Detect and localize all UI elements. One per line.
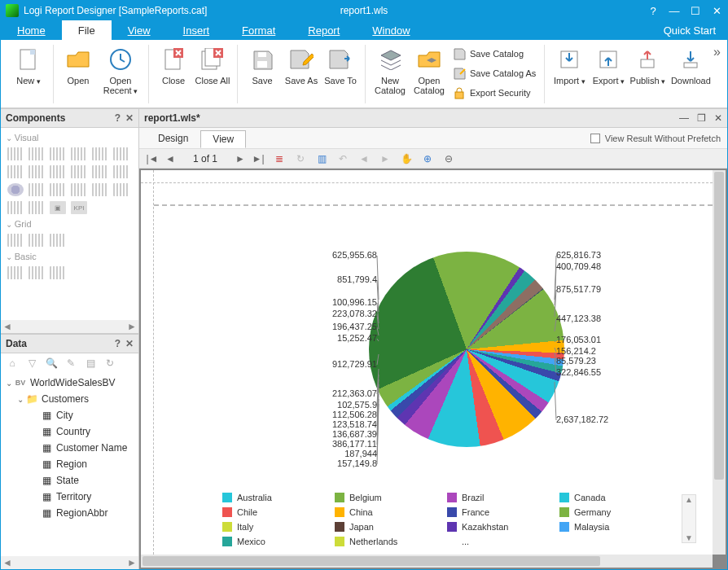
palette-item[interactable]: [29, 147, 45, 160]
palette-item[interactable]: [71, 147, 87, 160]
tree-field[interactable]: ▦Region: [1, 456, 138, 472]
undo-nav-icon[interactable]: ↶: [336, 152, 349, 165]
menu-report[interactable]: Report: [292, 20, 356, 40]
help-button[interactable]: ?: [642, 1, 664, 20]
first-page-icon[interactable]: |◄: [146, 152, 159, 165]
new-button[interactable]: New: [9, 43, 48, 103]
palette-item[interactable]: [50, 165, 66, 178]
palette-item[interactable]: [71, 183, 87, 196]
tab-design[interactable]: Design: [146, 129, 200, 147]
refresh-icon[interactable]: ↻: [294, 152, 307, 165]
palette-item[interactable]: [92, 165, 108, 178]
import-button[interactable]: Import: [550, 43, 589, 103]
export-security-button[interactable]: Export Security: [452, 84, 536, 102]
save-catalog-as-button[interactable]: Save Catalog As: [452, 64, 536, 82]
palette-item[interactable]: [7, 266, 24, 279]
palette-kpi-label[interactable]: KPI: [71, 201, 87, 214]
palette-item[interactable]: [29, 183, 45, 196]
palette-item[interactable]: [50, 234, 66, 247]
tree-field[interactable]: ▦Country: [1, 423, 138, 440]
menu-file[interactable]: File: [62, 20, 112, 40]
palette-item[interactable]: [50, 183, 66, 196]
open-catalog-button[interactable]: Open Catalog: [410, 43, 449, 103]
palette-item[interactable]: [29, 165, 45, 178]
tree-field[interactable]: ▦State: [1, 472, 138, 489]
mdi-close-icon[interactable]: ✕: [714, 112, 722, 124]
prev-page-icon[interactable]: ◄: [164, 152, 177, 165]
data-search-icon[interactable]: 🔍: [45, 357, 58, 370]
tree-field[interactable]: ▦City: [1, 407, 138, 423]
canvas-hscroll[interactable]: [141, 555, 713, 568]
bookmark-icon[interactable]: ▥: [315, 152, 328, 165]
ribbon-overflow-icon[interactable]: »: [713, 45, 721, 59]
prefetch-checkbox[interactable]: [590, 134, 600, 143]
panel-help-icon[interactable]: ?: [115, 338, 121, 349]
components-hscroll[interactable]: ◄►: [1, 320, 138, 333]
tree-field[interactable]: ▦Customer Name: [1, 440, 138, 456]
close-button[interactable]: ✕: [706, 1, 727, 20]
tab-view[interactable]: View: [200, 130, 246, 148]
menu-window[interactable]: Window: [356, 20, 426, 40]
toc-icon[interactable]: ≣: [273, 152, 286, 165]
panel-help-icon[interactable]: ?: [115, 112, 121, 124]
menu-home[interactable]: Home: [1, 20, 62, 40]
palette-item[interactable]: [113, 165, 129, 178]
open-recent-button[interactable]: Open Recent: [98, 43, 143, 103]
publish-button[interactable]: Publish: [628, 43, 667, 103]
last-page-icon[interactable]: ►|: [252, 152, 265, 165]
mdi-restore-icon[interactable]: ❐: [697, 112, 706, 124]
maximize-button[interactable]: ☐: [685, 1, 706, 20]
save-as-button[interactable]: Save As: [282, 43, 321, 103]
mdi-minimize-icon[interactable]: —: [679, 112, 689, 124]
download-button[interactable]: Download: [667, 43, 714, 103]
save-to-button[interactable]: Save To: [321, 43, 360, 103]
forward-icon[interactable]: ►: [379, 152, 392, 165]
save-button[interactable]: Save: [243, 43, 282, 103]
back-icon[interactable]: ◄: [357, 152, 371, 165]
tree-field[interactable]: ▦Territory: [1, 489, 138, 505]
document-tab[interactable]: report1.wls*: [144, 112, 200, 124]
palette-item[interactable]: [7, 201, 24, 214]
data-filter-icon[interactable]: ▽: [25, 357, 38, 370]
tree-root[interactable]: ⌄BVWorldWideSalesBV: [1, 375, 138, 391]
pan-icon[interactable]: ✋: [400, 152, 413, 165]
tree-field[interactable]: ▦RegionAbbr: [1, 505, 138, 521]
zoom-in-icon[interactable]: ⊕: [421, 152, 434, 165]
palette-item[interactable]: [7, 165, 24, 178]
palette-item[interactable]: [113, 147, 129, 160]
legend-down-icon[interactable]: ▼: [685, 533, 693, 542]
new-catalog-button[interactable]: New Catalog: [371, 43, 410, 103]
data-refresh-icon[interactable]: ↻: [103, 357, 116, 370]
menu-view[interactable]: View: [112, 20, 167, 40]
palette-kpi-icon[interactable]: ▣: [50, 201, 66, 214]
close-all-button[interactable]: Close All: [193, 43, 232, 103]
palette-item[interactable]: [7, 147, 24, 160]
palette-item[interactable]: [50, 147, 66, 160]
section-grid[interactable]: Grid: [2, 217, 137, 230]
data-home-icon[interactable]: ⌂: [6, 357, 19, 370]
palette-item[interactable]: [113, 183, 129, 196]
palette-item[interactable]: [29, 266, 45, 279]
palette-item[interactable]: [50, 266, 66, 279]
next-page-icon[interactable]: ►: [234, 152, 247, 165]
section-visual[interactable]: Visual: [2, 131, 137, 144]
palette-pie-icon[interactable]: [7, 183, 24, 196]
palette-item[interactable]: [92, 147, 108, 160]
menu-insert[interactable]: Insert: [167, 20, 226, 40]
open-button[interactable]: Open: [59, 43, 98, 103]
data-sheet-icon[interactable]: ▤: [84, 357, 97, 370]
menu-quick-start[interactable]: Quick Start: [652, 20, 727, 40]
menu-format[interactable]: Format: [226, 20, 292, 40]
palette-item[interactable]: [71, 165, 87, 178]
data-hscroll[interactable]: ◄►: [1, 556, 138, 569]
legend-up-icon[interactable]: ▲: [685, 495, 693, 504]
zoom-out-icon[interactable]: ⊖: [442, 152, 455, 165]
save-catalog-button[interactable]: Save Catalog: [452, 45, 536, 63]
canvas-vscroll[interactable]: [713, 170, 726, 555]
legend-scroll[interactable]: ▲▼: [682, 494, 696, 543]
minimize-button[interactable]: —: [664, 1, 685, 20]
export-button[interactable]: Export: [589, 43, 628, 103]
data-edit-icon[interactable]: ✎: [64, 357, 77, 370]
close-file-button[interactable]: Close: [154, 43, 193, 103]
panel-close-icon[interactable]: ✕: [125, 112, 134, 124]
